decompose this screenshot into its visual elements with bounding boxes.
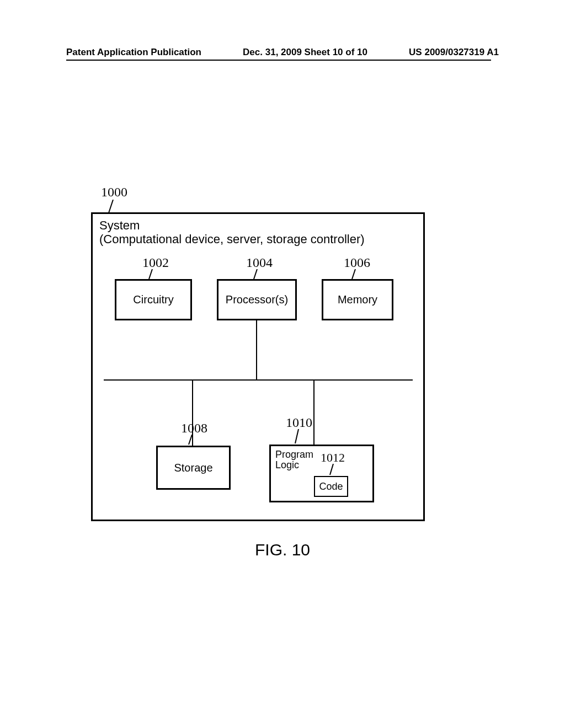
header-divider [66, 60, 491, 61]
system-title-line2: (Computational device, server, storage c… [99, 232, 365, 246]
header-right: US 2009/0327319 A1 [409, 47, 499, 58]
ref-1012: 1012 [321, 451, 345, 465]
figure-caption: FIG. 10 [0, 540, 565, 559]
code-label: Code [319, 481, 343, 493]
svg-line-3 [352, 269, 355, 279]
svg-line-6 [330, 464, 333, 475]
memory-box: Memory [322, 279, 393, 320]
ref-1006: 1006 [344, 255, 370, 270]
leader-1006-icon [351, 269, 358, 280]
program-logic-bus-connector [313, 379, 315, 446]
processors-box: Processor(s) [217, 279, 297, 320]
figure-diagram: 1000 System (Computational device, serve… [91, 188, 425, 529]
leader-1008-icon [188, 435, 194, 446]
program-logic-line2: Logic [275, 459, 299, 470]
leader-1012-icon [329, 464, 335, 476]
storage-label: Storage [174, 462, 212, 474]
circuitry-box: Circuitry [115, 279, 192, 320]
svg-line-4 [189, 435, 192, 445]
circuitry-label: Circuitry [133, 293, 173, 306]
ref-1010: 1010 [286, 415, 312, 430]
program-logic-box: Program Logic 1012 Code [269, 445, 374, 502]
leader-1002-icon [148, 269, 154, 280]
storage-box: Storage [156, 446, 231, 490]
header-center: Dec. 31, 2009 Sheet 10 of 10 [243, 47, 367, 58]
leader-1004-icon [253, 269, 259, 280]
svg-line-5 [295, 429, 299, 443]
processor-bus-connector [256, 320, 257, 379]
system-title-line1: System [99, 218, 140, 232]
bus-line [104, 379, 413, 381]
system-title: System (Computational device, server, st… [99, 218, 365, 247]
leader-1010-icon [294, 429, 301, 445]
system-box: System (Computational device, server, st… [91, 212, 425, 521]
header-left: Patent Application Publication [66, 47, 201, 58]
code-box: Code [314, 476, 348, 497]
svg-line-0 [109, 200, 113, 213]
processors-label: Processor(s) [226, 293, 288, 306]
program-logic-label: Program Logic [275, 449, 313, 470]
svg-line-1 [149, 269, 152, 279]
ref-1008: 1008 [181, 421, 207, 436]
ref-1004: 1004 [246, 255, 273, 270]
ref-1000: 1000 [101, 185, 127, 200]
memory-label: Memory [338, 293, 377, 306]
svg-line-2 [254, 269, 257, 279]
program-logic-line1: Program [275, 449, 313, 460]
page-header: Patent Application Publication Dec. 31, … [0, 47, 565, 58]
ref-1002: 1002 [142, 255, 169, 270]
